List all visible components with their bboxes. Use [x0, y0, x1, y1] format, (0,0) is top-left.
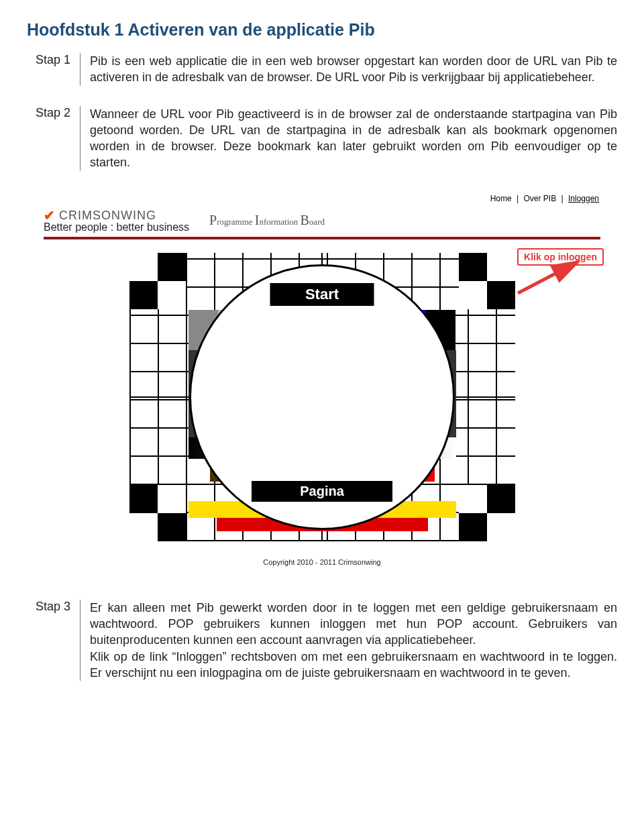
step-1-text: Pib is een web applicatie die in een web… [80, 53, 617, 86]
pib-startpage-screenshot: Home | Over PIB | Inloggen ✔ CRIMSONWING… [44, 191, 600, 566]
step-2-text: Wanneer de URL voor Pib geactiveerd is i… [80, 106, 617, 171]
testcard-pagina-label: Pagina [252, 481, 392, 502]
step-1-label: Stap 1 [27, 53, 80, 86]
pib-wordmark: Programme Information Board [209, 213, 325, 228]
brand-bar: ✔ CRIMSONWING Better people : better bus… [44, 206, 600, 237]
screenshot-copyright: Copyright 2010 - 2011 Crimsonwing [44, 558, 600, 566]
step-3-label: Stap 3 [27, 600, 80, 681]
nav-inloggen[interactable]: Inloggen [567, 194, 600, 203]
step-2-label: Stap 2 [27, 106, 80, 171]
nav-home[interactable]: Home [489, 194, 513, 203]
callout-arrow-icon [511, 256, 585, 296]
logo-check-icon: ✔ [44, 209, 55, 222]
header-divider [44, 237, 600, 239]
testcard-start-label: Start [270, 283, 374, 306]
svg-line-0 [518, 262, 578, 293]
step-3-text: Er kan alleen met Pib gewerkt worden doo… [80, 600, 617, 681]
chapter-heading: Hoofdstuk 1 Activeren van de applicatie … [27, 20, 617, 40]
step-2-row: Stap 2 Wanneer de URL voor Pib geactivee… [27, 106, 617, 171]
step-3-row: Stap 3 Er kan alleen met Pib gewerkt wor… [27, 600, 617, 681]
step-1-row: Stap 1 Pib is een web applicatie die in … [27, 53, 617, 86]
brand-name: CRIMSONWING [59, 209, 156, 221]
callout-annotation: Klik op inloggen [517, 248, 604, 266]
top-nav: Home | Over PIB | Inloggen [44, 191, 600, 206]
crimsonwing-logo: ✔ CRIMSONWING [44, 209, 189, 222]
brand-tagline: Better people : better business [44, 222, 189, 233]
nav-over-pib[interactable]: Over PIB [522, 194, 557, 203]
test-card-image: Start Pagina [129, 253, 515, 541]
